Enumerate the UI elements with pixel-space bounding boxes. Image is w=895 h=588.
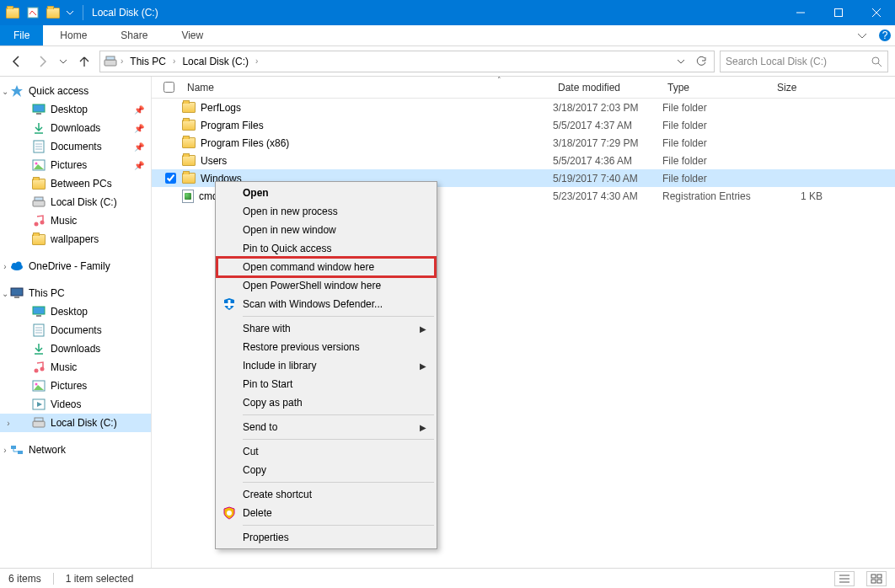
tab-home[interactable]: Home	[43, 25, 104, 45]
chevron-down-icon[interactable]: ⌄	[0, 289, 10, 298]
videos-icon	[32, 398, 46, 411]
svg-rect-55	[871, 580, 876, 583]
chevron-down-icon[interactable]: ⌄	[0, 87, 10, 96]
cloud-icon	[10, 259, 24, 273]
svg-rect-13	[36, 113, 41, 115]
chevron-right-icon[interactable]: ›	[255, 56, 258, 66]
menu-item-open-command-window-here[interactable]: Open command window here	[217, 258, 435, 276]
minimize-button[interactable]	[781, 0, 819, 25]
menu-item-send-to[interactable]: Send to▶	[217, 418, 435, 436]
address-dropdown-icon[interactable]	[672, 52, 690, 71]
forward-button[interactable]	[32, 51, 52, 72]
up-button[interactable]	[74, 51, 94, 72]
sidebar-this-pc[interactable]: ⌄ This PC	[0, 284, 151, 302]
new-folder-qat-icon[interactable]	[44, 3, 62, 22]
column-size[interactable]: Size	[772, 82, 823, 94]
chevron-right-icon[interactable]: ›	[3, 419, 13, 428]
sidebar-item-downloads[interactable]: Downloads📌	[0, 119, 151, 137]
menu-item-copy[interactable]: Copy	[217, 461, 435, 479]
help-icon[interactable]: ?	[875, 25, 895, 45]
file-date: 5/5/2017 4:37 AM	[553, 120, 662, 131]
svg-point-38	[40, 367, 45, 372]
menu-item-label: Open	[243, 187, 269, 199]
sidebar-item-videos[interactable]: Videos	[0, 395, 151, 414]
menu-item-properties[interactable]: Properties	[217, 528, 435, 547]
select-all-checkbox[interactable]	[163, 82, 174, 93]
row-checkbox[interactable]	[165, 173, 176, 184]
breadcrumb-local-disk[interactable]: Local Disk (C:)	[179, 56, 252, 67]
menu-item-include-in-library[interactable]: Include in library▶	[217, 356, 435, 375]
back-button[interactable]	[7, 51, 27, 72]
file-type: Registration Entries	[662, 190, 772, 202]
search-icon[interactable]	[871, 56, 882, 67]
sidebar-item-local-disk-c-[interactable]: ›Local Disk (C:)	[0, 414, 151, 432]
chevron-right-icon[interactable]: ›	[121, 56, 123, 66]
column-type[interactable]: Type	[662, 82, 772, 94]
properties-qat-icon[interactable]	[24, 3, 42, 22]
svg-point-9	[872, 57, 879, 64]
menu-item-open-powershell-window-here[interactable]: Open PowerShell window here	[217, 276, 435, 295]
sidebar-item-desktop[interactable]: Desktop📌	[0, 100, 151, 119]
column-date[interactable]: Date modified	[553, 82, 662, 94]
folder-icon	[182, 102, 196, 113]
sidebar-item-desktop[interactable]: Desktop	[0, 302, 151, 321]
sidebar-onedrive[interactable]: › OneDrive - Family	[0, 257, 151, 275]
svg-point-27	[16, 262, 22, 268]
qat-dropdown-icon[interactable]	[64, 3, 76, 22]
sidebar-item-documents[interactable]: Documents📌	[0, 137, 151, 156]
folder-icon	[182, 137, 196, 148]
breadcrumb-this-pc[interactable]: This PC	[126, 56, 169, 67]
table-row[interactable]: Program Files (x86)3/18/2017 7:29 PMFile…	[152, 134, 895, 152]
file-name: PerfLogs	[201, 102, 241, 114]
sidebar-item-downloads[interactable]: Downloads	[0, 339, 151, 358]
sidebar-item-music[interactable]: Music	[0, 358, 151, 377]
sort-indicator-icon: ˄	[497, 76, 501, 84]
table-row[interactable]: Program Files5/5/2017 4:37 AMFile folder	[152, 116, 895, 134]
sidebar-item-documents[interactable]: Documents	[0, 321, 151, 339]
table-row[interactable]: PerfLogs3/18/2017 2:03 PMFile folder	[152, 99, 895, 116]
tab-view[interactable]: View	[164, 25, 220, 45]
svg-rect-31	[36, 315, 41, 317]
menu-item-copy-as-path[interactable]: Copy as path	[217, 393, 435, 412]
recent-dropdown-icon[interactable]	[57, 51, 69, 72]
menu-item-scan-with-windows-defender-[interactable]: Scan with Windows Defender...	[217, 295, 435, 313]
thumbnails-view-button[interactable]	[866, 571, 887, 586]
address-bar[interactable]: › This PC › Local Disk (C:) ›	[99, 51, 715, 72]
menu-item-create-shortcut[interactable]: Create shortcut	[217, 485, 435, 504]
svg-rect-0	[28, 8, 38, 18]
chevron-right-icon[interactable]: ›	[0, 262, 10, 271]
chevron-right-icon[interactable]: ›	[0, 446, 10, 455]
menu-item-share-with[interactable]: Share with▶	[217, 319, 435, 338]
sidebar-item-music[interactable]: Music	[0, 211, 151, 230]
tab-share[interactable]: Share	[104, 25, 164, 45]
chevron-right-icon[interactable]: ›	[173, 56, 175, 66]
menu-item-delete[interactable]: Delete	[217, 504, 435, 522]
explorer-icon[interactable]	[3, 3, 22, 22]
refresh-icon[interactable]	[692, 52, 710, 71]
menu-item-open[interactable]: Open	[217, 184, 435, 202]
menu-item-open-in-new-process[interactable]: Open in new process	[217, 202, 435, 221]
sidebar-item-between-pcs[interactable]: Between PCs	[0, 174, 151, 193]
menu-item-pin-to-quick-access[interactable]: Pin to Quick access	[217, 239, 435, 258]
details-view-button[interactable]	[834, 571, 855, 586]
sidebar-item-local-disk-c-[interactable]: Local Disk (C:)	[0, 193, 151, 211]
sidebar-quick-access[interactable]: ⌄ Quick access	[0, 82, 151, 100]
navigation-pane[interactable]: ⌄ Quick access Desktop📌Downloads📌Documen…	[0, 77, 152, 568]
close-button[interactable]	[857, 0, 895, 25]
table-row[interactable]: Users5/5/2017 4:36 AMFile folder	[152, 152, 895, 169]
svg-rect-7	[105, 60, 116, 66]
sidebar-item-pictures[interactable]: Pictures	[0, 377, 151, 395]
sidebar-item-label: wallpapers	[51, 233, 99, 245]
menu-item-label: Delete	[243, 507, 272, 519]
file-tab[interactable]: File	[0, 25, 43, 45]
search-input[interactable]: Search Local Disk (C:)	[720, 51, 888, 72]
sidebar-item-pictures[interactable]: Pictures📌	[0, 156, 151, 174]
menu-item-restore-previous-versions[interactable]: Restore previous versions	[217, 338, 435, 356]
menu-item-open-in-new-window[interactable]: Open in new window	[217, 221, 435, 239]
menu-item-cut[interactable]: Cut	[217, 442, 435, 461]
menu-item-pin-to-start[interactable]: Pin to Start	[217, 375, 435, 393]
maximize-button[interactable]	[819, 0, 857, 25]
sidebar-network[interactable]: › Network	[0, 441, 151, 459]
sidebar-item-wallpapers[interactable]: wallpapers	[0, 230, 151, 249]
ribbon-collapse-icon[interactable]	[849, 25, 875, 45]
